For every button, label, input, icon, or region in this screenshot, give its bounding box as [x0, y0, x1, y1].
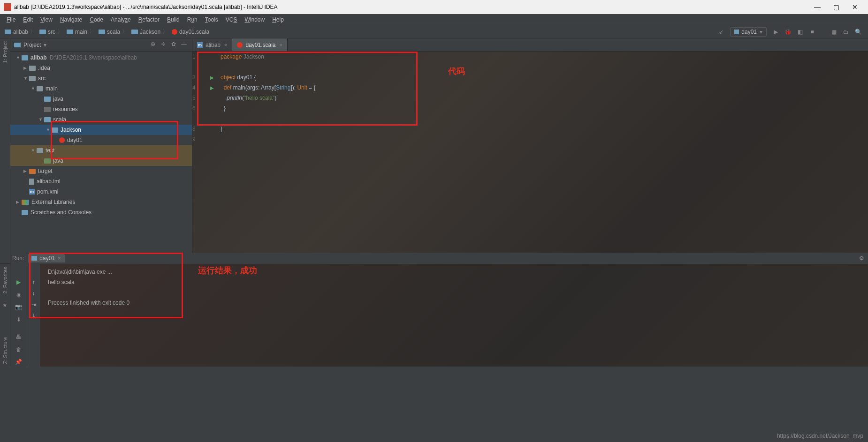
sidebar-favorites-tab[interactable]: 2: Favorites	[1, 264, 9, 296]
menu-vcs[interactable]: VCS	[222, 15, 241, 24]
menu-edit[interactable]: Edit	[19, 15, 37, 24]
project-panel-title[interactable]: Project▾	[23, 42, 147, 48]
breadcrumb-src[interactable]: src〉	[38, 28, 66, 36]
dump-button[interactable]: 📷	[14, 304, 23, 312]
editor-area: malibab× day01.scala× 1345689 ▶ ▶ packag…	[192, 38, 868, 263]
collapse-button[interactable]: ≑	[159, 41, 168, 49]
run-line-icon[interactable]: ▶	[210, 82, 221, 93]
trash-button[interactable]: 🗑	[14, 346, 23, 354]
search-button[interactable]: 🔍	[853, 27, 863, 37]
output-line: hello scala	[48, 279, 860, 289]
tree-day01[interactable]: day01	[10, 135, 192, 145]
window-title: alibab [D:\IDEA2019.1.3\workspace\alibab…	[14, 4, 808, 10]
menu-window[interactable]: Window	[241, 15, 268, 24]
scala-icon	[237, 42, 243, 48]
menu-build[interactable]: Build	[163, 15, 183, 24]
tree-jackson[interactable]: ▼Jackson	[10, 125, 192, 135]
breadcrumb-alibab[interactable]: alibab〉	[4, 28, 38, 36]
exit-button[interactable]: ⬇	[14, 316, 23, 324]
breadcrumb-file[interactable]: day01.scala	[171, 29, 210, 35]
scratches-icon	[22, 210, 28, 215]
menu-view[interactable]: View	[37, 15, 56, 24]
tree-root[interactable]: ▼alibabD:\IDEA2019.1.3\workspace\alibab	[10, 52, 192, 63]
window-titlebar: alibab [D:\IDEA2019.1.3\workspace\alibab…	[0, 0, 868, 14]
folder-icon	[29, 66, 36, 71]
close-icon[interactable]: ×	[224, 42, 227, 48]
tab-day01[interactable]: day01.scala×	[232, 38, 287, 51]
menu-run[interactable]: Run	[183, 15, 201, 24]
minimize-button[interactable]: —	[808, 3, 827, 11]
menu-bar: File Edit View Navigate Code Analyze Ref…	[0, 14, 868, 25]
app-icon	[4, 3, 11, 11]
project-tree[interactable]: ▼alibabD:\IDEA2019.1.3\workspace\alibab …	[10, 52, 192, 263]
line-number-gutter: 1345689	[192, 52, 210, 263]
output-line: D:\java\jdk\bin\java.exe ...	[48, 269, 860, 279]
print-button[interactable]: 🖶	[14, 334, 23, 342]
down-button[interactable]: ↓	[32, 290, 35, 297]
menu-tools[interactable]: Tools	[201, 15, 222, 24]
run-tool-window: 2: Favorites ★ Z: Structure ▶ ◉ 📷 ⬇ 🖶 🗑 …	[0, 263, 868, 367]
sidebar-project-tab[interactable]: 1: Project	[1, 38, 9, 66]
code-content[interactable]: package Jackson object day01 { def main(…	[221, 52, 868, 263]
run-label: Run:	[12, 255, 24, 262]
coverage-button[interactable]: ◧	[795, 27, 805, 37]
tree-test-java[interactable]: java	[10, 156, 192, 166]
tab-alibab[interactable]: malibab×	[192, 38, 232, 51]
run-gutter: ▶ ▶	[210, 52, 221, 263]
breadcrumb-scala[interactable]: scala〉	[98, 28, 130, 36]
menu-code[interactable]: Code	[86, 15, 107, 24]
run-line-icon[interactable]: ▶	[210, 72, 221, 82]
stop-button[interactable]: ■	[807, 27, 817, 37]
tree-scala[interactable]: ▼scala	[10, 114, 192, 125]
source-folder-icon	[44, 117, 51, 122]
run-tab-day01[interactable]: day01×	[28, 254, 65, 262]
tree-idea[interactable]: ▶.idea	[10, 63, 192, 73]
breadcrumb-jackson[interactable]: Jackson〉	[130, 28, 171, 36]
tree-test[interactable]: ▼test	[10, 145, 192, 156]
stop-button[interactable]: ◉	[14, 292, 23, 300]
settings-icon[interactable]: ✿	[169, 41, 178, 49]
tree-java[interactable]: java	[10, 94, 192, 104]
menu-navigate[interactable]: Navigate	[56, 15, 86, 24]
menu-help[interactable]: Help	[268, 15, 288, 24]
target-folder-icon	[29, 169, 36, 174]
source-folder-icon	[44, 97, 51, 102]
run-button[interactable]: ▶	[770, 27, 781, 37]
project-icon	[14, 43, 21, 47]
rerun-button[interactable]: ▶	[14, 279, 23, 287]
menu-analyze[interactable]: Analyze	[107, 15, 135, 24]
breadcrumb-main[interactable]: main〉	[66, 28, 98, 36]
tree-resources[interactable]: resources	[10, 104, 192, 114]
locate-button[interactable]: ⊕	[149, 41, 157, 49]
tree-external-libs[interactable]: ▶External Libraries	[10, 197, 192, 207]
pin-button[interactable]: 📌	[14, 359, 23, 367]
output-line	[48, 289, 860, 300]
tree-main[interactable]: ▼main	[10, 83, 192, 94]
editor-tabs: malibab× day01.scala×	[192, 38, 868, 52]
tree-target[interactable]: ▶target	[10, 166, 192, 176]
menu-file[interactable]: File	[3, 15, 19, 24]
up-button[interactable]: ↑	[32, 279, 35, 285]
project-structure-button[interactable]: ▦	[829, 27, 839, 37]
run-console-output[interactable]: D:\java\jdk\bin\java.exe ... hello scala…	[40, 264, 868, 315]
scroll-button[interactable]: ⤓	[31, 313, 36, 319]
code-editor[interactable]: 1345689 ▶ ▶ package Jackson object day01…	[192, 52, 868, 263]
close-button[interactable]: ✕	[845, 3, 864, 11]
tree-pom[interactable]: mpom.xml	[10, 187, 192, 197]
maximize-button[interactable]: ▢	[827, 3, 845, 11]
build-button[interactable]: ↙	[716, 27, 726, 37]
tree-src[interactable]: ▼src	[10, 73, 192, 83]
hide-button[interactable]: —	[180, 41, 188, 49]
debug-button[interactable]: 🐞	[783, 27, 793, 37]
close-icon[interactable]: ×	[280, 42, 282, 48]
menu-refactor[interactable]: Refactor	[135, 15, 163, 24]
libraries-icon	[22, 200, 29, 205]
tree-iml[interactable]: alibab.iml	[10, 176, 192, 187]
wrap-button[interactable]: ⇥	[31, 301, 36, 308]
run-config-selector[interactable]: day01▾	[730, 27, 767, 37]
tree-scratches[interactable]: Scratches and Consoles	[10, 207, 192, 217]
close-icon[interactable]: ×	[58, 255, 61, 262]
sidebar-structure-tab[interactable]: Z: Structure	[1, 334, 9, 367]
annotation-code-label: 代码	[448, 66, 465, 77]
folder-button[interactable]: 🗀	[841, 27, 851, 37]
